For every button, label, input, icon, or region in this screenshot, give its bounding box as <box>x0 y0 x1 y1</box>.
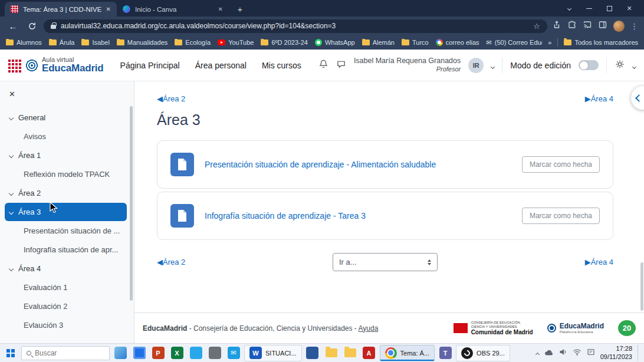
chrome-window-button[interactable]: Tema: Á... <box>380 345 435 361</box>
app-excel-icon[interactable]: X <box>169 345 185 361</box>
tab-aula-virtual[interactable]: Tema: Área 3 | CDD-NIVEL A2 IS ✕ <box>5 2 117 17</box>
jump-to-select[interactable]: Ir a... <box>333 253 438 271</box>
new-tab-button[interactable]: + <box>232 2 248 17</box>
close-drawer-icon[interactable]: ✕ <box>9 90 15 98</box>
bookmark[interactable]: 6ºD 2023-24 <box>261 39 308 46</box>
file-explorer-icon[interactable] <box>323 345 340 361</box>
cast-icon[interactable] <box>583 20 592 32</box>
bookmark[interactable]: Manualidades <box>117 39 168 46</box>
sidebar-item-area-2[interactable]: Área 2 <box>5 184 127 202</box>
bookmark[interactable]: correo elias <box>436 39 479 46</box>
bookmark[interactable]: Alumnos <box>6 39 42 46</box>
bookmark-star-icon[interactable]: ☆ <box>533 22 540 31</box>
sidebar-scrollbar[interactable] <box>130 106 133 301</box>
bookmark[interactable]: Turco <box>402 39 429 46</box>
onedrive-cloud-icon[interactable] <box>544 348 554 358</box>
app-mail-icon[interactable]: ✉ <box>225 345 242 361</box>
tray-chevron-up-icon[interactable] <box>536 348 539 358</box>
brand[interactable]: Aula virtual EducaMadrid <box>42 57 104 74</box>
bookmark[interactable]: Árula <box>49 39 75 46</box>
sidebar-item-reflexion-tpack[interactable]: Reflexión modelo TPACK <box>5 165 127 183</box>
side-panel-icon[interactable] <box>598 20 607 32</box>
app-powerpoint-icon[interactable]: P <box>150 345 166 361</box>
tab-canva[interactable]: Inicio - Canva ✕ <box>117 2 229 17</box>
nav-mis-cursos[interactable]: Mis cursos <box>262 61 301 70</box>
mark-done-button[interactable]: Marcar como hecha <box>522 208 600 224</box>
next-section-link[interactable]: ▶Área 4 <box>585 258 613 266</box>
app-blue-icon[interactable] <box>304 345 321 361</box>
educamadrid-grid-logo[interactable] <box>8 58 22 73</box>
settings-gear-icon[interactable] <box>615 59 625 72</box>
all-bookmarks-button[interactable]: Todos los marcadores <box>564 39 638 46</box>
sidebar-item-infografia[interactable]: Infografía situación de apr... <box>5 241 127 259</box>
page-scrollbar[interactable] <box>640 262 643 311</box>
bookmark[interactable]: Alemán <box>362 39 395 46</box>
speaker-icon[interactable] <box>559 348 567 358</box>
browser-menu-icon[interactable]: ⋮ <box>630 22 638 31</box>
bookmark[interactable]: ✉(50) Correo Educa... <box>487 39 543 47</box>
sidebar-item-area-4[interactable]: Área 4 <box>5 259 127 278</box>
back-button[interactable]: ← <box>6 19 20 33</box>
sidebar-item-avisos[interactable]: Avisos <box>5 127 127 146</box>
minimize-button[interactable] <box>579 0 599 17</box>
folder-icon[interactable] <box>342 345 359 361</box>
sidebar-item-area-3[interactable]: Área 3 <box>5 203 127 221</box>
user-menu-chevron-down-icon[interactable] <box>491 60 494 71</box>
app-teams-icon[interactable]: T <box>437 345 454 361</box>
bookmarks-overflow-icon[interactable]: » <box>548 39 551 46</box>
help-link[interactable]: Ayuda <box>359 324 379 333</box>
notifications-bell-icon[interactable] <box>318 59 328 71</box>
bookmark[interactable]: WhatsApp <box>315 39 355 46</box>
search-input[interactable] <box>35 349 104 357</box>
reload-button[interactable] <box>25 19 39 33</box>
url-text[interactable]: aulavirtual32.educa.madrid.org/cc.arula.… <box>61 22 528 30</box>
mark-done-button[interactable]: Marcar como hecha <box>522 156 600 173</box>
share-icon[interactable] <box>552 20 561 32</box>
app-phone-icon[interactable] <box>131 345 147 361</box>
obs-window-button[interactable]: OBS 29... <box>456 345 510 361</box>
close-window-button[interactable]: ✕ <box>619 0 639 17</box>
sidebar-item-presentacion[interactable]: Presentación situación de ... <box>5 222 127 240</box>
next-section-link[interactable]: ▶Área 4 <box>585 94 613 103</box>
bookmark[interactable]: YouTube <box>218 39 254 46</box>
clock[interactable]: 17:28 09/11/2023 <box>600 345 632 361</box>
maximize-button[interactable] <box>599 0 619 17</box>
screen: Tema: Área 3 | CDD-NIVEL A2 IS ✕ Inicio … <box>0 0 644 362</box>
tab-search-icon[interactable] <box>559 0 579 17</box>
nav-area-personal[interactable]: Área personal <box>195 61 247 70</box>
prev-section-link[interactable]: ◀Área 2 <box>157 94 185 103</box>
action-center-icon[interactable] <box>587 348 595 358</box>
sidebar-item-area-1[interactable]: Área 1 <box>5 146 127 164</box>
sidebar-item-general[interactable]: General <box>5 108 127 127</box>
tab-close-icon[interactable]: ✕ <box>106 6 111 12</box>
app-paint-icon[interactable] <box>112 345 129 361</box>
start-button[interactable] <box>2 345 19 361</box>
browser-profile-avatar[interactable] <box>613 21 625 32</box>
edit-mode-toggle[interactable] <box>579 60 599 70</box>
bookmark[interactable]: Isabel <box>81 39 109 46</box>
sidebar-item-evaluacion-1[interactable]: Evaluación 1 <box>5 278 127 297</box>
app-store-icon[interactable] <box>188 345 204 361</box>
tab-close-icon[interactable]: ✕ <box>218 6 223 12</box>
prev-section-link[interactable]: ◀Área 2 <box>157 258 185 266</box>
messages-chat-icon[interactable] <box>336 59 346 71</box>
sidebar-item-evaluacion-3[interactable]: Evlaución 3 <box>5 316 127 334</box>
sidebar-item-evaluacion-2[interactable]: Evaluación 2 <box>5 297 127 315</box>
show-desktop-button[interactable] <box>638 345 639 361</box>
avatar[interactable]: IR <box>468 58 484 73</box>
word-window-button[interactable]: W SITUACI... <box>244 345 302 361</box>
settings-chevron-down-icon[interactable] <box>633 60 636 71</box>
taskbar-search[interactable] <box>21 346 110 360</box>
app-calculator-icon[interactable] <box>206 345 223 361</box>
nav-pagina-principal[interactable]: Página Principal <box>120 61 180 70</box>
extensions-puzzle-icon[interactable] <box>567 20 577 32</box>
activity-link[interactable]: Presentación situación de aprendizaje - … <box>205 160 511 169</box>
educamadrid-circle-logo[interactable] <box>25 59 38 72</box>
activity-link[interactable]: Infografía situación de aprendizaje - Ta… <box>205 211 511 221</box>
lock-icon[interactable] <box>51 25 56 29</box>
user-block[interactable]: Isabel María Requena Granados Profesor <box>354 57 461 73</box>
address-bar[interactable]: aulavirtual32.educa.madrid.org/cc.arula.… <box>44 19 547 33</box>
wifi-icon[interactable] <box>573 348 581 358</box>
bookmark[interactable]: Ecología <box>175 39 211 46</box>
app-acrobat-icon[interactable]: A <box>361 345 377 361</box>
